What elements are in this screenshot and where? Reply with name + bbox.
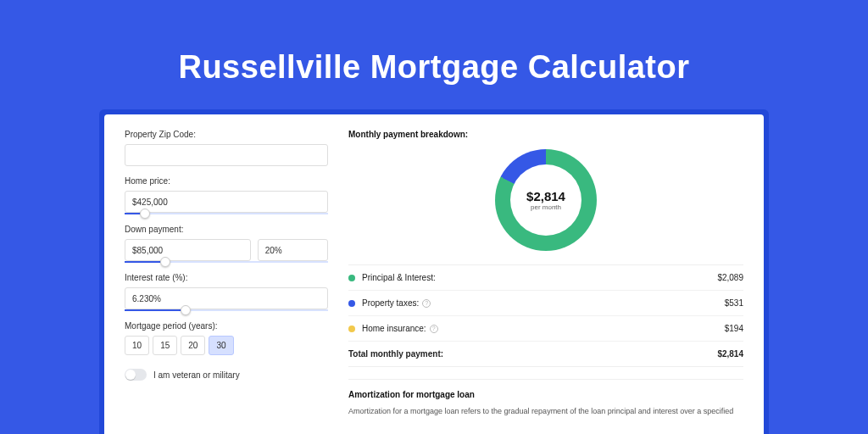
period-option-30[interactable]: 30 bbox=[209, 336, 233, 355]
row-value: $531 bbox=[725, 298, 743, 308]
home-price-input[interactable] bbox=[125, 191, 328, 213]
row-property-taxes: Property taxes: ? $531 bbox=[348, 291, 743, 316]
home-price-slider-thumb[interactable] bbox=[140, 209, 150, 219]
interest-rate-slider-thumb[interactable] bbox=[181, 305, 191, 315]
home-price-slider[interactable] bbox=[125, 213, 328, 214]
inputs-column: Property Zip Code: Home price: Down paym… bbox=[125, 130, 328, 434]
amortization-section: Amortization for mortgage loan Amortizat… bbox=[348, 379, 743, 417]
row-label: Principal & Interest: bbox=[362, 273, 717, 282]
down-payment-slider-fill bbox=[125, 261, 165, 263]
breakdown-rows: Principal & Interest: $2,089 Property ta… bbox=[348, 264, 743, 367]
period-label: Mortgage period (years): bbox=[125, 321, 328, 331]
period-option-15[interactable]: 15 bbox=[153, 336, 177, 355]
down-payment-group: Down payment: bbox=[125, 225, 328, 263]
dot-icon bbox=[348, 300, 355, 307]
home-price-label: Home price: bbox=[125, 176, 328, 186]
row-label: Home insurance: ? bbox=[362, 324, 725, 333]
donut-subtext: per month bbox=[531, 203, 561, 211]
period-option-20[interactable]: 20 bbox=[181, 336, 205, 355]
row-label: Total monthly payment: bbox=[348, 349, 717, 359]
page-title: Russellville Mortgage Calculator bbox=[99, 49, 769, 86]
interest-rate-slider-fill bbox=[125, 309, 186, 311]
down-payment-amount-input[interactable] bbox=[125, 239, 251, 261]
down-payment-percent-input[interactable] bbox=[258, 239, 328, 261]
period-group: Mortgage period (years): 10 15 20 30 bbox=[125, 321, 328, 355]
row-total: Total monthly payment: $2,814 bbox=[348, 342, 743, 367]
donut-center: $2,814 per month bbox=[510, 164, 581, 236]
dot-icon bbox=[348, 326, 355, 332]
veteran-row: I am veteran or military bbox=[125, 369, 328, 381]
amortization-title: Amortization for mortgage loan bbox=[348, 390, 743, 399]
row-home-insurance: Home insurance: ? $194 bbox=[348, 316, 743, 342]
veteran-toggle[interactable] bbox=[125, 369, 147, 381]
calculator-card: Property Zip Code: Home price: Down paym… bbox=[104, 114, 764, 434]
dot-icon bbox=[348, 275, 355, 281]
down-payment-label: Down payment: bbox=[125, 225, 328, 234]
interest-rate-slider[interactable] bbox=[125, 309, 328, 311]
info-icon[interactable]: ? bbox=[430, 325, 438, 333]
down-payment-slider[interactable] bbox=[125, 261, 328, 263]
donut-wrap: $2,814 per month bbox=[348, 149, 743, 251]
row-value: $2,814 bbox=[717, 349, 743, 359]
interest-rate-input[interactable] bbox=[125, 287, 328, 309]
donut-amount: $2,814 bbox=[526, 189, 565, 203]
down-payment-slider-thumb[interactable] bbox=[160, 257, 170, 267]
row-value: $194 bbox=[725, 324, 743, 333]
amortization-text: Amortization for a mortgage loan refers … bbox=[348, 406, 743, 417]
zip-group: Property Zip Code: bbox=[125, 130, 328, 166]
interest-rate-group: Interest rate (%): bbox=[125, 273, 328, 311]
donut-chart: $2,814 per month bbox=[495, 149, 597, 251]
period-options: 10 15 20 30 bbox=[125, 336, 328, 355]
period-option-10[interactable]: 10 bbox=[125, 336, 149, 355]
home-price-group: Home price: bbox=[125, 176, 328, 214]
row-label: Property taxes: ? bbox=[362, 298, 725, 308]
breakdown-column: Monthly payment breakdown: $2,814 per mo… bbox=[348, 130, 743, 434]
row-principal-interest: Principal & Interest: $2,089 bbox=[348, 265, 743, 291]
interest-rate-label: Interest rate (%): bbox=[125, 273, 328, 282]
veteran-label: I am veteran or military bbox=[153, 370, 240, 380]
info-icon[interactable]: ? bbox=[422, 299, 431, 308]
veteran-toggle-knob bbox=[125, 370, 136, 380]
row-value: $2,089 bbox=[717, 273, 743, 282]
zip-label: Property Zip Code: bbox=[125, 130, 328, 139]
breakdown-title: Monthly payment breakdown: bbox=[348, 130, 743, 139]
calculator-card-frame: Property Zip Code: Home price: Down paym… bbox=[99, 109, 769, 434]
zip-input[interactable] bbox=[125, 144, 328, 166]
